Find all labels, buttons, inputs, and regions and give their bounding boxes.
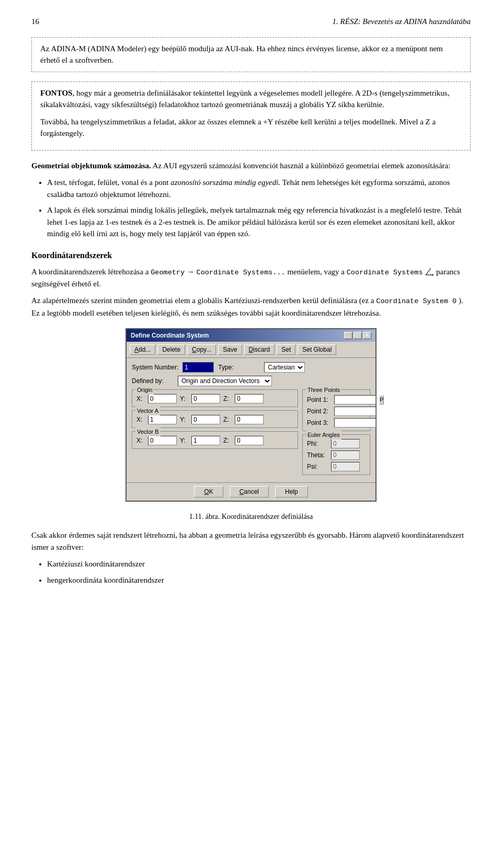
va-x-label: X: xyxy=(136,415,145,424)
origin-x-input[interactable] xyxy=(148,394,177,403)
euler-angles-label: Euler Angles xyxy=(306,431,341,439)
geom-bullet-item-2: A lapok és élek sorszámai mindig lokális… xyxy=(47,204,471,240)
coord-text2: menüelem, vagy a xyxy=(287,268,345,276)
dialog-titlebar: Define Coordinate System _ □ × xyxy=(127,329,375,342)
set-global-button[interactable]: Set Global xyxy=(298,344,336,355)
copy-button[interactable]: Copy... xyxy=(187,344,216,355)
vb-y-input[interactable] xyxy=(191,436,220,445)
origin-y-label: Y: xyxy=(180,394,188,403)
point2-input[interactable] xyxy=(334,407,376,416)
va-z-label: Z: xyxy=(223,415,232,424)
discard-button[interactable]: Discard xyxy=(244,344,275,355)
theta-label: Theta: xyxy=(307,450,328,460)
point3-input[interactable] xyxy=(334,418,376,427)
euler-angles-group: Euler Angles Phi: Theta: Psi: xyxy=(302,434,370,475)
point2-row: Point 2: xyxy=(307,407,366,416)
origin-y-input[interactable] xyxy=(191,394,220,403)
geom-bullet-list: A test, térfogat, felület, vonal és a po… xyxy=(47,177,471,240)
vector-b-group: Vector B X: Y: Z: xyxy=(132,431,298,449)
phi-input[interactable] xyxy=(331,439,360,448)
dialog-two-col: Origin X: Y: Z: Vector A xyxy=(132,389,370,478)
bottom-para-1: Csak akkor érdemes saját rendszert létre… xyxy=(31,529,471,553)
va-z-input[interactable] xyxy=(235,415,264,424)
fontos-paragraph-1: FONTOS, hogy már a geometria definiálása… xyxy=(40,87,462,111)
coord-menu3: Coordinate Systems xyxy=(347,269,423,276)
point1-row: Point 1: P xyxy=(307,395,366,404)
page-header: 16 1. RÉSZ: Bevezetés az ADINA használat… xyxy=(31,16,471,28)
vb-x-input[interactable] xyxy=(148,436,177,445)
system-number-input[interactable] xyxy=(182,362,214,373)
dialog-close-button[interactable]: × xyxy=(363,332,371,339)
va-xyz-row: X: Y: Z: xyxy=(136,415,293,424)
coord-text1: A koordinátarendszerek létrehozása a xyxy=(31,268,149,276)
vector-b-label: Vector B xyxy=(135,427,161,436)
delete-button[interactable]: Delete xyxy=(157,344,185,355)
cancel-button[interactable]: Cancel xyxy=(230,486,269,497)
point2-label: Point 2: xyxy=(307,407,331,416)
dialog-container: Define Coordinate System _ □ × Add... De… xyxy=(31,328,471,502)
coord-systems-icon: y x xyxy=(425,268,434,276)
dialog-titlebar-buttons: _ □ × xyxy=(344,332,371,339)
va-x-input[interactable] xyxy=(148,415,177,424)
set-button[interactable]: Set xyxy=(277,344,295,355)
point1-p-button[interactable]: P xyxy=(379,395,384,404)
dialog-footer: OK Cancel Help xyxy=(127,482,375,501)
dialog-right-col: Three Points Point 1: P Point 2: Point 3… xyxy=(302,389,370,478)
ok-button[interactable]: OK xyxy=(194,486,223,497)
fontos-text1: , hogy már a geometria definiálásakor te… xyxy=(40,89,449,109)
vector-a-label: Vector A xyxy=(135,407,160,415)
page-title: 1. RÉSZ: Bevezetés az ADINA használatába xyxy=(333,16,471,28)
origin-group: Origin X: Y: Z: xyxy=(132,389,298,407)
point1-input[interactable] xyxy=(334,395,376,404)
geom-section-title: Geometriai objektumok számozása. xyxy=(31,161,151,170)
coord-menu1: Geometry xyxy=(151,269,185,276)
coord-para-1: A koordinátarendszerek létrehozása a Geo… xyxy=(31,266,471,290)
dialog-left-col: Origin X: Y: Z: Vector A xyxy=(132,389,298,478)
svg-text:x: x xyxy=(432,273,434,276)
system-number-label: System Number: xyxy=(132,363,178,372)
geom-section-text1: Az AUI egyszerű számozási konvenciót has… xyxy=(151,161,451,170)
geom-section-intro: Geometriai objektumok számozása. Az AUI … xyxy=(31,160,471,172)
three-points-group: Three Points Point 1: P Point 2: Point 3… xyxy=(302,389,370,431)
save-button[interactable]: Save xyxy=(218,344,242,355)
bottom-bullet-2: hengerkoordináta koordinátarendszer xyxy=(47,574,471,586)
vb-z-input[interactable] xyxy=(235,436,264,445)
coord-menu2: Coordinate Systems... xyxy=(197,269,286,276)
page-number: 16 xyxy=(31,16,39,28)
point1-label: Point 1: xyxy=(307,395,331,404)
point3-row: Point 3: xyxy=(307,418,366,427)
origin-z-label: Z: xyxy=(223,394,232,403)
psi-row: Psi: xyxy=(307,462,366,471)
bottom-bullet-1: Kartéziuszi koordinátarendszer xyxy=(47,558,471,570)
va-y-input[interactable] xyxy=(191,415,220,424)
origin-xyz-row: X: Y: Z: xyxy=(136,394,293,403)
va-y-label: Y: xyxy=(180,415,188,424)
help-button[interactable]: Help xyxy=(275,486,308,497)
svg-line-0 xyxy=(426,270,430,275)
phi-row: Phi: xyxy=(307,439,366,448)
coord-text4: Az alapértelmezés szerint minden geometr… xyxy=(31,296,374,305)
type-select[interactable]: Cartesian xyxy=(264,362,305,373)
psi-label: Psi: xyxy=(307,462,328,471)
origin-z-input[interactable] xyxy=(235,394,264,403)
defined-by-select[interactable]: Origin and Direction Vectors xyxy=(178,376,272,386)
info-box-1: Az ADINA-M (ADINA Modeler) egy beépülő m… xyxy=(31,37,471,72)
fontos-box: FONTOS, hogy már a geometria definiálása… xyxy=(31,82,471,151)
psi-input[interactable] xyxy=(331,462,360,471)
theta-input[interactable] xyxy=(331,450,360,460)
dialog-title: Define Coordinate System xyxy=(131,331,209,340)
dialog-maximize-button[interactable]: □ xyxy=(353,332,362,339)
phi-label: Phi: xyxy=(307,439,328,448)
coord-arrow: → xyxy=(187,268,195,276)
type-label: Type: xyxy=(218,363,260,372)
fig-caption: 1.11. ábra. Koordinátarendszer definiálá… xyxy=(31,511,471,522)
vb-y-label: Y: xyxy=(180,436,188,445)
point3-label: Point 3: xyxy=(307,418,331,427)
origin-x-label: X: xyxy=(136,394,145,403)
origin-label: Origin xyxy=(135,386,154,395)
defined-by-row: Defined by: Origin and Direction Vectors xyxy=(132,376,370,386)
dialog-minimize-button[interactable]: _ xyxy=(344,332,352,339)
defined-by-label: Defined by: xyxy=(132,376,174,386)
add-button[interactable]: Add... xyxy=(130,344,155,355)
system-number-row: System Number: Type: Cartesian xyxy=(132,362,370,373)
